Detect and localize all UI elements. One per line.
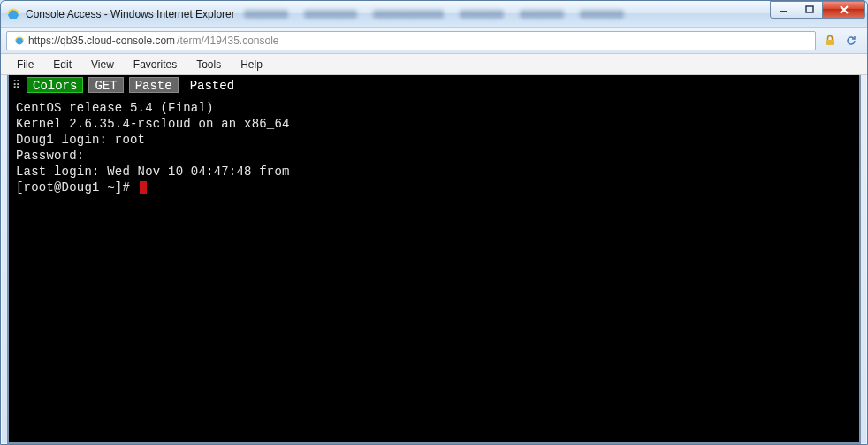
titlebar[interactable]: Console Access - Windows Internet Explor… [1,1,867,27]
term-prompt-line: [root@Doug1 ~]# [16,180,852,196]
window-title: Console Access - Windows Internet Explor… [26,8,235,20]
menu-view[interactable]: View [82,57,123,73]
window-controls [770,1,865,19]
minimize-button[interactable] [770,1,796,19]
term-line: Last login: Wed Nov 10 04:47:48 from [16,164,852,180]
term-prompt: [root@Doug1 ~]# [16,180,138,195]
menu-tools[interactable]: Tools [187,57,230,73]
titlebar-toolbar-blurred [244,6,761,22]
term-line: CentOS release 5.4 (Final) [16,100,852,116]
terminal-output[interactable]: CentOS release 5.4 (Final)Kernel 2.6.35.… [9,95,859,201]
page-icon [12,34,27,48]
drag-handle-icon[interactable]: ⠿ [12,79,19,92]
menu-edit[interactable]: Edit [44,57,80,73]
paste-button[interactable]: Paste [129,77,179,93]
console-toolbar: ⠿ Colors GET Paste Pasted [9,75,859,95]
console-viewport: ⠿ Colors GET Paste Pasted CentOS release… [7,75,861,444]
cursor-block [140,181,147,194]
term-line: Password: [16,148,852,164]
ie-icon [6,7,20,21]
menu-file[interactable]: File [8,57,42,73]
lock-icon [823,34,837,48]
maximize-button[interactable] [796,1,823,19]
url-input[interactable]: https://qb35.cloud-console.com/term/4194… [6,31,816,50]
svg-rect-2 [806,6,813,12]
svg-rect-1 [780,11,787,12]
menu-help[interactable]: Help [232,57,271,73]
term-line: Doug1 login: root [16,132,852,148]
refresh-icon[interactable] [844,34,858,48]
url-host: https://qb35.cloud-console.com [28,35,175,47]
menu-bar: File Edit View Favorites Tools Help [1,54,867,75]
get-button[interactable]: GET [88,77,123,93]
colors-button[interactable]: Colors [27,77,83,93]
close-button[interactable] [823,1,865,19]
svg-rect-4 [826,40,834,45]
address-bar: https://qb35.cloud-console.com/term/4194… [1,27,867,54]
pasted-label: Pasted [184,77,240,93]
url-path: /term/419435.console [177,35,278,47]
browser-window: Console Access - Windows Internet Explor… [0,0,868,445]
term-line: Kernel 2.6.35.4-rscloud on an x86_64 [16,116,852,132]
menu-favorites[interactable]: Favorites [125,57,186,73]
